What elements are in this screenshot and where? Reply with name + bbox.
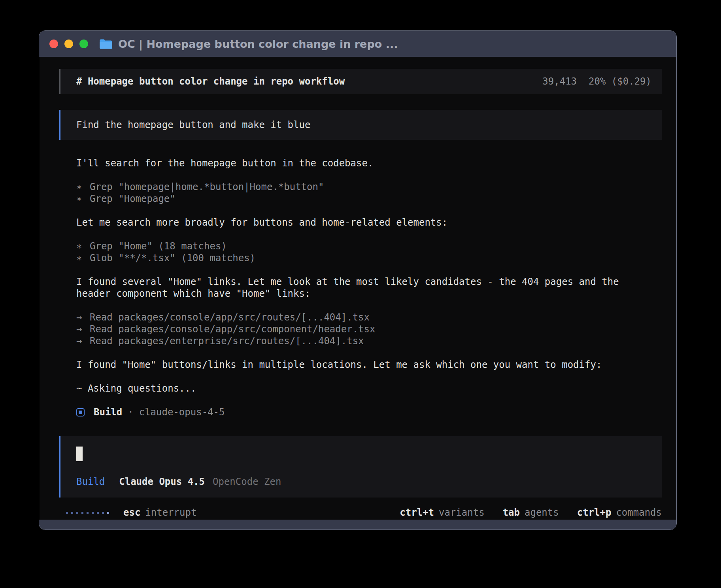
spinner-dot [66, 512, 68, 514]
tool-call-text: Grep "homepage|home.*button|Home.*button… [90, 181, 324, 192]
assistant-message: I'll search for the homepage button in t… [76, 157, 662, 169]
tool-call-text: Grep "Homepage" [90, 193, 176, 204]
tool-call-text: Read packages/console/app/src/routes/[..… [90, 312, 370, 323]
assistant-message: I found several "Home" links. Let me loo… [76, 276, 638, 300]
spinner-dot [76, 512, 78, 514]
prompt-footer: Build Claude Opus 4.5 OpenCode Zen [76, 476, 651, 487]
session-title: # Homepage button color change in repo w… [76, 76, 345, 87]
text-cursor [76, 447, 83, 461]
arrow-right-icon: → [76, 311, 90, 323]
tool-call: ∗Glob "**/*.tsx" (100 matches) [76, 252, 662, 264]
asterisk-icon: ∗ [76, 193, 90, 205]
window-title: OC | Homepage button color change in rep… [118, 38, 398, 50]
spinner-dot [97, 512, 99, 514]
separator-dot: · [128, 406, 133, 418]
asterisk-icon: ∗ [76, 252, 90, 264]
user-message: Find the homepage button and make it blu… [59, 110, 662, 140]
shortcut-agents: tabagents [503, 507, 559, 518]
shortcut-desc: agents [525, 507, 559, 518]
spacer [76, 169, 662, 181]
spacer [76, 228, 662, 240]
tool-call-text: Grep "Home" (18 matches) [90, 241, 227, 252]
agent-model: claude-opus-4-5 [139, 406, 225, 418]
minimize-button[interactable] [64, 40, 73, 48]
shortcut-variants: ctrl+tvariants [400, 507, 484, 518]
arrow-right-icon: → [76, 335, 90, 347]
agent-selector[interactable]: Build [76, 476, 105, 487]
spacer [76, 394, 662, 406]
tool-call-text: Read packages/enterprise/src/routes/[...… [90, 335, 364, 347]
tool-call-text: Read packages/console/app/src/component/… [90, 324, 375, 335]
shortcut-interrupt: escinterrupt [123, 507, 196, 518]
spacer [76, 205, 662, 217]
tool-call: ∗Grep "homepage|home.*button|Home.*butto… [76, 181, 662, 193]
tool-call-text: Glob "**/*.tsx" (100 matches) [90, 253, 255, 264]
transcript: I'll search for the homepage button in t… [59, 157, 662, 418]
shortcut-desc: interrupt [145, 507, 196, 518]
asterisk-icon: ∗ [76, 240, 90, 252]
tool-call: ∗Grep "Home" (18 matches) [76, 240, 662, 252]
status-bar: escinterrupt ctrl+tvariantstabagentsctrl… [59, 507, 662, 518]
shortcut-key: esc [123, 507, 140, 518]
shortcut-desc: variants [439, 507, 485, 518]
session-view: # Homepage button color change in repo w… [39, 57, 676, 518]
user-message-text: Find the homepage button and make it blu… [76, 119, 651, 130]
spacer [76, 347, 662, 359]
token-count: 39,413 [542, 76, 577, 87]
shortcut-desc: commands [616, 507, 662, 518]
spacer [76, 371, 662, 383]
shortcut-key: ctrl+t [400, 507, 434, 518]
assistant-message: I found "Home" buttons/links in multiple… [76, 359, 662, 371]
spacer [76, 300, 662, 311]
agent-status-line: Build·claude-opus-4-5 [76, 406, 662, 418]
session-stats: 39,41320% ($0.29) [542, 76, 651, 87]
shortcut-key: tab [503, 507, 520, 518]
window-controls [49, 40, 88, 48]
spinner-dot [102, 512, 104, 514]
tool-call: →Read packages/enterprise/src/routes/[..… [76, 335, 662, 347]
terminal-window: OC | Homepage button color change in rep… [39, 30, 677, 530]
prompt-input[interactable]: Build Claude Opus 4.5 OpenCode Zen [59, 436, 662, 498]
assistant-message: Let me search more broadly for buttons a… [76, 217, 662, 228]
session-header: # Homepage button color change in repo w… [59, 69, 662, 94]
provider-name: OpenCode Zen [213, 476, 281, 487]
folder-icon [99, 39, 113, 49]
shortcut-key: ctrl+p [577, 507, 612, 518]
zoom-button[interactable] [79, 40, 88, 48]
tool-call: →Read packages/console/app/src/routes/[.… [76, 311, 662, 323]
model-name: Claude Opus 4.5 [119, 476, 205, 487]
spinner-dot [107, 512, 109, 514]
assistant-message: ~ Asking questions... [76, 383, 662, 394]
shortcut-commands: ctrl+pcommands [577, 507, 662, 518]
tool-call: ∗Grep "Homepage" [76, 193, 662, 205]
agent-build-icon [76, 408, 85, 416]
spinner-dots-icon [66, 512, 109, 514]
agent-label: Build [94, 406, 122, 418]
asterisk-icon: ∗ [76, 181, 90, 193]
spinner-dot [92, 512, 94, 514]
window-bottom-strip [39, 520, 676, 530]
titlebar[interactable]: OC | Homepage button color change in rep… [39, 31, 676, 57]
shortcut-hints: ctrl+tvariantstabagentsctrl+pcommands [400, 507, 662, 518]
arrow-right-icon: → [76, 323, 90, 335]
spacer [76, 264, 662, 276]
tool-call: →Read packages/console/app/src/component… [76, 323, 662, 335]
spinner-dot [87, 512, 89, 514]
context-cost: 20% ($0.29) [589, 76, 651, 87]
close-button[interactable] [49, 40, 58, 48]
spinner-dot [71, 512, 73, 514]
spinner-dot [81, 512, 83, 514]
